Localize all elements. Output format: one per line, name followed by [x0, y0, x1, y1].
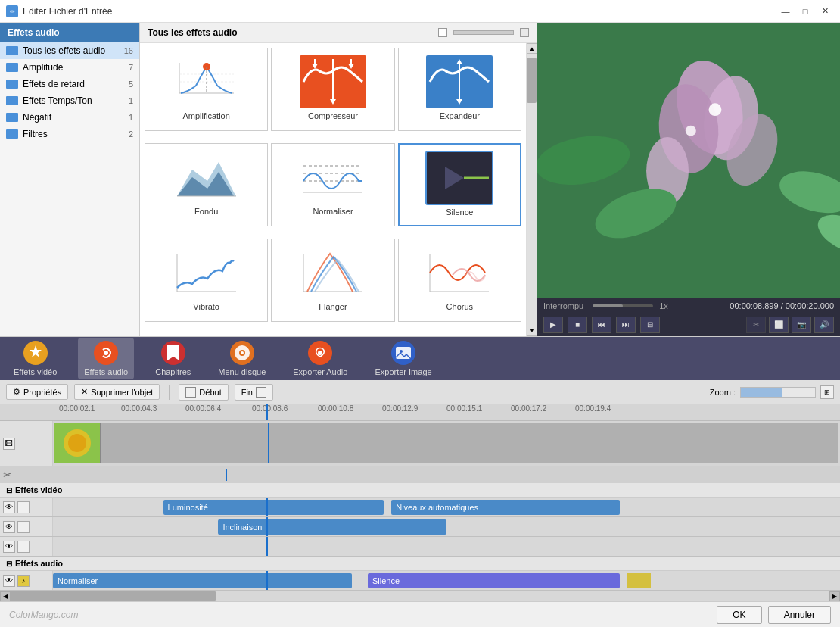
- eye-icon-audio[interactable]: 👁: [3, 575, 15, 587]
- video-track-content: New Video.avi: [53, 421, 840, 466]
- zoom-slider[interactable]: [740, 387, 816, 398]
- luminosite-clip[interactable]: Luminosité: [163, 500, 384, 515]
- cut-button[interactable]: ✂: [746, 317, 766, 333]
- stop-button[interactable]: ■: [568, 317, 587, 333]
- transport-bar: ▶ ■ ⏮ ⏭ ⊟ ✂ ⬜ 📷 🔊: [537, 314, 840, 336]
- prev-button[interactable]: ⏮: [592, 317, 611, 333]
- effect-card-vibrato[interactable]: Vibrato: [145, 239, 268, 322]
- view-mode[interactable]: [520, 28, 529, 37]
- scroll-up-btn[interactable]: ▲: [527, 43, 537, 54]
- inclinaison-clip[interactable]: Inclinaison: [218, 519, 446, 535]
- volume-button[interactable]: 🔊: [814, 317, 834, 333]
- expand-icon-audio[interactable]: ⊟: [6, 560, 12, 568]
- sidebar-item-filtres[interactable]: Filtres 2: [0, 126, 139, 142]
- eye-icon-luminosite[interactable]: 👁: [3, 501, 15, 513]
- effect-icon-chorus: [425, 244, 493, 301]
- minimize-button[interactable]: —: [776, 4, 795, 19]
- expand-icon-video[interactable]: ⊟: [6, 486, 12, 494]
- sidebar-label-amplitude: Amplitude: [23, 62, 129, 73]
- audio-note-icon[interactable]: ♪: [17, 575, 30, 587]
- close-button[interactable]: ✕: [816, 4, 834, 19]
- video-preview: Interrompu 1x 00:00:08.899 / 00:00:20.00…: [537, 23, 840, 336]
- toolbar-item-menu-disque[interactable]: Menu disque: [212, 338, 272, 379]
- playhead-luminosite: [266, 498, 268, 516]
- sidebar-item-tous[interactable]: Tous les effets audio 16: [0, 42, 139, 59]
- next-button[interactable]: ⏭: [616, 317, 636, 333]
- folder-icon-negatif: [6, 113, 18, 122]
- maximize-button[interactable]: □: [796, 4, 814, 19]
- ok-button[interactable]: OK: [717, 606, 761, 624]
- folder-icon-filtres: [6, 129, 18, 139]
- sidebar-item-amplitude[interactable]: Amplitude 7: [0, 59, 139, 76]
- folder-icon-amplitude: [6, 63, 18, 72]
- scroll-left-btn[interactable]: ◀: [0, 591, 11, 602]
- h-scrollbar-thumb[interactable]: [11, 591, 216, 601]
- h-scrollbar[interactable]: ◀ ▶: [0, 591, 840, 601]
- toolbar-item-exporter-audio[interactable]: Exporter Audio: [287, 338, 353, 379]
- effect-card-normaliser[interactable]: Normaliser: [271, 143, 394, 226]
- toolbar-label-chapitres: Chapitres: [155, 367, 191, 376]
- effect-label-expandeur: Expandeur: [440, 111, 480, 120]
- scroll-down-btn[interactable]: ▼: [527, 326, 537, 336]
- effect-label-amplification: Amplification: [182, 111, 229, 120]
- scrollbar-track[interactable]: [527, 54, 537, 326]
- window-title: Editer Fichier d'Entrée: [23, 6, 776, 17]
- toolbar-label-effets-video: Effets vidéo: [14, 367, 57, 376]
- eye-icon-inclinaison[interactable]: 👁: [3, 521, 15, 533]
- zoom-fit-button[interactable]: ⊞: [820, 385, 834, 399]
- dialog-buttons: ColorMango.com OK Annuler: [0, 601, 840, 627]
- toolbar-label-exporter-image: Exporter Image: [375, 367, 431, 376]
- h-scrollbar-track[interactable]: [11, 591, 829, 601]
- end-button[interactable]: Fin: [235, 384, 273, 401]
- toolbar-item-chapitres[interactable]: Chapitres: [149, 338, 197, 379]
- silence-clip[interactable]: Silence: [368, 573, 620, 588]
- playhead-audio: [266, 571, 268, 590]
- effect-card-silence[interactable]: Silence: [398, 143, 521, 226]
- timeline-body: 🎞: [0, 421, 840, 591]
- cancel-button[interactable]: Annuler: [768, 606, 831, 624]
- svg-point-64: [318, 351, 322, 355]
- playhead-ruler: [266, 404, 268, 420]
- zoom-control: Zoom : ⊞: [710, 385, 834, 399]
- sidebar-item-retard[interactable]: Effets de retard 5: [0, 76, 139, 92]
- sidebar-item-negatif[interactable]: Négatif 1: [0, 109, 139, 126]
- empty-video-track: [53, 537, 840, 556]
- ruler-tick-6: 00:00:15.1: [446, 404, 482, 413]
- toolbar-item-exporter-image[interactable]: Exporter Image: [369, 338, 437, 379]
- niveaux-clip[interactable]: Niveaux automatiques: [391, 500, 620, 515]
- lock-icon-inclinaison[interactable]: [17, 521, 30, 533]
- loop-button[interactable]: ⊟: [640, 317, 660, 333]
- play-button[interactable]: ▶: [543, 317, 563, 333]
- lock-icon-luminosite[interactable]: [17, 501, 30, 513]
- toolbar-item-effets-audio[interactable]: Effets audio: [78, 338, 134, 379]
- toolbar-icon-exporter-audio: [308, 341, 332, 365]
- effect-card-flanger[interactable]: Flanger: [271, 239, 394, 322]
- toolbar-item-effets-video[interactable]: Effets vidéo: [8, 338, 63, 379]
- effect-card-amplification[interactable]: Amplification: [145, 48, 268, 131]
- sidebar-count-tous: 16: [124, 46, 133, 55]
- effect-card-expandeur[interactable]: Expandeur: [398, 48, 521, 131]
- copy-button[interactable]: ⬜: [769, 317, 789, 333]
- effects-scrollbar[interactable]: ▲ ▼: [526, 43, 537, 336]
- effects-title: Tous les effets audio: [148, 27, 432, 38]
- eye-icon-empty[interactable]: 👁: [3, 541, 15, 553]
- normaliser-clip[interactable]: Normaliser: [53, 573, 352, 588]
- effect-label-normaliser: Normaliser: [313, 207, 353, 216]
- delete-object-button[interactable]: ✕ Supprimer l'objet: [74, 384, 160, 400]
- sidebar-count-temps: 1: [129, 96, 133, 105]
- effects-body: Amplification: [140, 43, 537, 336]
- properties-button[interactable]: ⚙ Propriétés: [6, 384, 68, 400]
- scrollbar-thumb[interactable]: [527, 58, 537, 103]
- scroll-right-btn[interactable]: ▶: [829, 591, 840, 602]
- effect-icon-vibrato: [173, 244, 241, 301]
- view-toggle[interactable]: [438, 28, 447, 37]
- effect-card-fondu[interactable]: Fondu: [145, 143, 268, 226]
- sidebar-item-temps[interactable]: Effets Temps/Ton 1: [0, 92, 139, 109]
- start-button[interactable]: Début: [179, 384, 228, 401]
- effect-card-chorus[interactable]: Chorus: [398, 239, 521, 322]
- effect-card-compresseur[interactable]: Compresseur: [271, 48, 394, 131]
- snapshot-button[interactable]: 📷: [792, 317, 811, 333]
- lock-icon-empty[interactable]: [17, 541, 30, 553]
- folder-icon-retard: [6, 80, 18, 89]
- scissors-icon: ✂: [3, 469, 12, 481]
